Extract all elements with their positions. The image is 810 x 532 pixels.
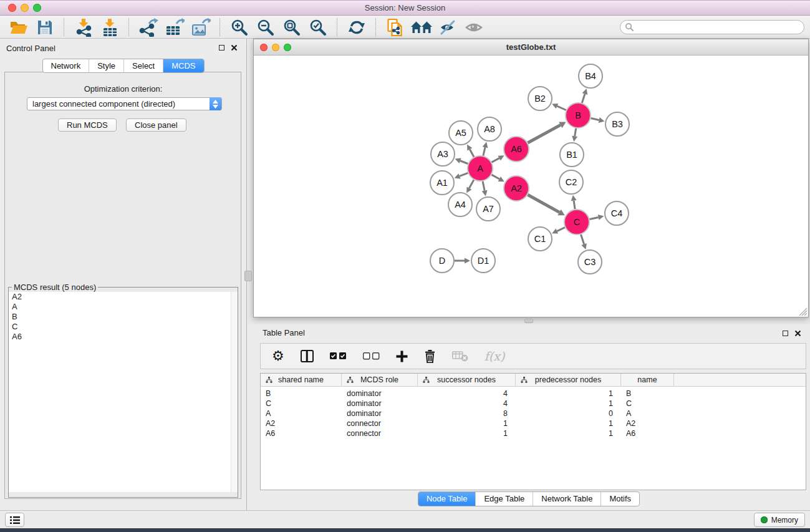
node-A1[interactable]: A1 bbox=[430, 171, 454, 195]
node-C1[interactable]: C1 bbox=[528, 227, 552, 251]
edge-A6-B[interactable] bbox=[528, 122, 566, 142]
table-row-B[interactable]: Bdominator41B bbox=[261, 389, 806, 399]
edge-A-A6[interactable] bbox=[492, 155, 504, 162]
tab-mcds[interactable]: MCDS bbox=[163, 59, 203, 72]
task-history-button[interactable] bbox=[5, 513, 24, 527]
column-header-successor-nodes[interactable]: successor nodes bbox=[418, 374, 516, 386]
edge-A-A3[interactable] bbox=[455, 158, 468, 164]
deselect-all-columns-button[interactable] bbox=[363, 352, 380, 360]
refresh-button[interactable] bbox=[344, 18, 370, 37]
tab-style[interactable]: Style bbox=[89, 59, 123, 72]
node-A8[interactable]: A8 bbox=[478, 117, 501, 141]
import-network-button[interactable] bbox=[70, 18, 97, 37]
edge-C-C1[interactable] bbox=[552, 228, 565, 234]
export-image-button[interactable] bbox=[188, 18, 214, 37]
export-table-button[interactable] bbox=[162, 18, 188, 37]
function-builder-button[interactable]: f(x) bbox=[485, 349, 505, 363]
open-session-button[interactable] bbox=[6, 18, 32, 37]
edge-A-A5[interactable] bbox=[467, 144, 474, 157]
mcds-result-item[interactable]: B bbox=[9, 312, 238, 322]
hide-details-button[interactable] bbox=[435, 18, 461, 37]
edge-A-A2[interactable] bbox=[491, 175, 504, 181]
result-list-scrollbar[interactable] bbox=[231, 292, 238, 492]
mcds-result-item[interactable]: A2 bbox=[9, 292, 238, 302]
close-panel-button[interactable]: Close panel bbox=[126, 118, 186, 132]
mcds-result-item[interactable]: C bbox=[9, 322, 238, 332]
node-B[interactable]: B bbox=[566, 103, 591, 128]
edge-D-D1[interactable] bbox=[455, 258, 470, 264]
close-panel-icon[interactable] bbox=[231, 44, 238, 51]
node-D[interactable]: D bbox=[430, 249, 454, 273]
edge-B-B3[interactable] bbox=[591, 117, 604, 123]
birds-eye-view-button[interactable] bbox=[461, 18, 487, 37]
vertical-splitter-handle[interactable] bbox=[244, 271, 252, 281]
table-row-C[interactable]: Cdominator41C bbox=[261, 399, 806, 409]
add-column-button[interactable] bbox=[396, 351, 408, 362]
node-C[interactable]: C bbox=[564, 210, 589, 235]
edge-A-A7[interactable] bbox=[482, 181, 488, 196]
edge-A2-C[interactable] bbox=[528, 195, 564, 215]
node-A7[interactable]: A7 bbox=[476, 197, 500, 221]
node-B3[interactable]: B3 bbox=[605, 112, 629, 136]
node-A6[interactable]: A6 bbox=[504, 137, 529, 162]
tab-network[interactable]: Network bbox=[42, 59, 89, 72]
table-row-A2[interactable]: A2connector11A2 bbox=[261, 418, 806, 428]
edge-C-C3[interactable] bbox=[581, 235, 587, 249]
tab-node-table[interactable]: Node Table bbox=[418, 492, 476, 506]
tab-network-table[interactable]: Network Table bbox=[533, 492, 600, 506]
node-D1[interactable]: D1 bbox=[471, 249, 495, 273]
select-all-columns-button[interactable] bbox=[330, 352, 347, 360]
node-A5[interactable]: A5 bbox=[449, 121, 473, 145]
edge-B-B2[interactable] bbox=[552, 104, 566, 110]
column-header-name[interactable]: name bbox=[621, 374, 674, 386]
column-header-predecessor-nodes[interactable]: predecessor nodes bbox=[516, 374, 621, 386]
node-A4[interactable]: A4 bbox=[448, 193, 472, 216]
network-window-titlebar[interactable]: testGlobe.txt bbox=[254, 39, 808, 56]
horizontal-splitter-handle[interactable] bbox=[524, 319, 533, 323]
delete-column-button[interactable] bbox=[424, 350, 436, 363]
node-B2[interactable]: B2 bbox=[528, 87, 552, 110]
node-C2[interactable]: C2 bbox=[559, 170, 583, 194]
close-table-panel-icon[interactable] bbox=[794, 330, 801, 337]
memory-button[interactable]: Memory bbox=[754, 513, 805, 527]
zoom-in-button[interactable] bbox=[226, 18, 253, 37]
run-mcds-button[interactable]: Run MCDS bbox=[58, 118, 117, 132]
split-view-button[interactable] bbox=[301, 350, 314, 362]
edge-C-C4[interactable] bbox=[590, 215, 604, 220]
export-network-button[interactable] bbox=[135, 18, 162, 37]
node-C4[interactable]: C4 bbox=[605, 201, 629, 225]
mcds-result-item[interactable]: A bbox=[9, 302, 238, 312]
tab-motifs[interactable]: Motifs bbox=[600, 492, 639, 506]
zoom-out-button[interactable] bbox=[253, 18, 279, 37]
edge-A-A1[interactable] bbox=[455, 173, 468, 178]
search-input[interactable] bbox=[634, 21, 804, 33]
table-row-A[interactable]: Adominator80A bbox=[261, 409, 806, 418]
table-settings-button[interactable]: ⚙ bbox=[272, 349, 284, 363]
edge-A-A4[interactable] bbox=[466, 180, 474, 193]
mcds-result-item[interactable]: A6 bbox=[9, 332, 238, 342]
criterion-select[interactable]: largest connected component (directed) bbox=[27, 97, 222, 110]
edge-B-B1[interactable] bbox=[572, 128, 577, 142]
float-table-panel-icon[interactable] bbox=[783, 331, 788, 336]
float-panel-icon[interactable] bbox=[219, 45, 224, 51]
zoom-selected-button[interactable] bbox=[305, 18, 331, 37]
node-B4[interactable]: B4 bbox=[579, 64, 602, 88]
table-row-A6[interactable]: A6connector11A6 bbox=[261, 428, 806, 438]
node-A3[interactable]: A3 bbox=[431, 142, 455, 166]
node-C3[interactable]: C3 bbox=[578, 250, 602, 274]
node-A2[interactable]: A2 bbox=[504, 176, 529, 201]
tab-edge-table[interactable]: Edge Table bbox=[475, 492, 533, 506]
resize-gripper-icon[interactable] bbox=[799, 308, 808, 316]
delete-table-button[interactable] bbox=[452, 351, 468, 362]
node-B1[interactable]: B1 bbox=[560, 143, 584, 167]
node-A[interactable]: A bbox=[468, 156, 493, 181]
column-header-shared-name[interactable]: shared name bbox=[261, 374, 342, 386]
network-canvas[interactable]: B4B2BB3A5A8A6A3B1AA1C2A2A4A7C4CC1C3DD1 bbox=[254, 56, 808, 317]
edge-B-B4[interactable] bbox=[582, 89, 587, 103]
home-layout-button[interactable] bbox=[408, 18, 435, 37]
import-table-button[interactable] bbox=[97, 18, 123, 37]
edge-C-C2[interactable] bbox=[571, 195, 577, 209]
column-header-mcds-role[interactable]: MCDS role bbox=[342, 374, 418, 386]
edge-A-A8[interactable] bbox=[483, 142, 488, 155]
duplicate-network-button[interactable] bbox=[382, 18, 408, 37]
